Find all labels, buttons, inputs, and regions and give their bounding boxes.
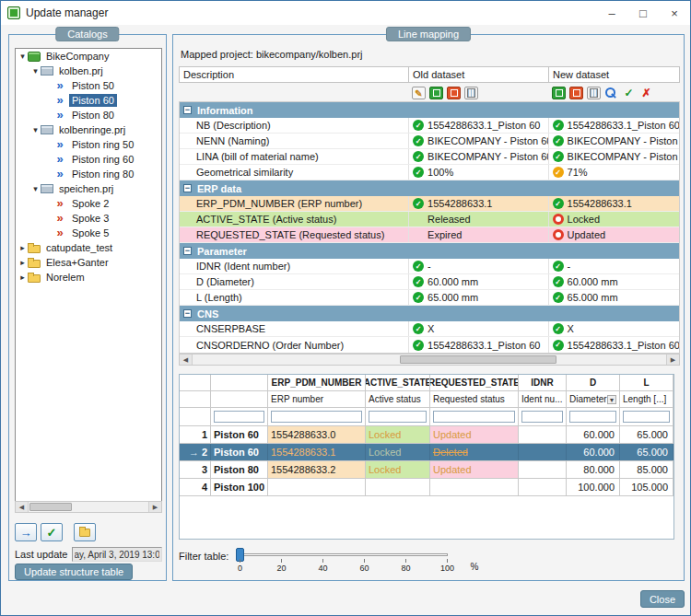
slider-track[interactable]: [240, 553, 448, 556]
grid-column-subheader-requested[interactable]: Requested status: [430, 391, 519, 407]
maximize-button[interactable]: □: [627, 1, 659, 25]
grid-column-subheader-active[interactable]: Active status: [366, 391, 430, 407]
mapping-scrollbar[interactable]: ◀ ▶: [179, 354, 680, 366]
grid-column-header-active[interactable]: ACTIVE_STATE: [366, 375, 430, 390]
mapping-row[interactable]: Geometrical similarity✓100%✓71%: [180, 165, 679, 180]
mapping-row[interactable]: NB (Description)✓1554288633.1_Piston 60✓…: [180, 118, 679, 134]
collapse-arrow-icon[interactable]: ▾: [18, 52, 28, 61]
mapping-row[interactable]: ACTIVE_STATE (Active status)ReleasedLock…: [180, 212, 679, 227]
mapping-row[interactable]: CNSORDERNO (Order Number)✓1554288633.1_P…: [180, 337, 679, 353]
section-header[interactable]: −Information: [180, 102, 679, 118]
expand-arrow-icon[interactable]: ▸: [18, 258, 28, 267]
filter-input-erp[interactable]: [271, 411, 362, 423]
accept-icon[interactable]: ✓: [622, 87, 636, 99]
apply-red-icon[interactable]: [447, 87, 461, 99]
mapping-row[interactable]: ERP_PDM_NUMBER (ERP number)✓1554288633.1…: [180, 196, 679, 212]
tree-item[interactable]: »Piston ring 80: [16, 167, 161, 181]
tree-item[interactable]: ▸Norelem: [16, 270, 161, 285]
mapping-row[interactable]: L (Length)✓65.000 mm✓65.000 mm: [180, 290, 679, 306]
grid-column-header-d[interactable]: D: [567, 375, 620, 390]
tree-item[interactable]: »Spoke 2: [16, 196, 161, 211]
tree-item[interactable]: ▾kolbenringe.prj: [16, 122, 161, 137]
grid-column-header-idnr[interactable]: IDNR: [519, 375, 567, 390]
column-old-dataset[interactable]: Old dataset: [409, 66, 549, 83]
filter-input-active[interactable]: [369, 411, 427, 423]
filter-input-d[interactable]: [569, 411, 616, 423]
collapse-arrow-icon[interactable]: ▾: [30, 66, 41, 76]
scroll-right-icon[interactable]: ▶: [666, 354, 679, 365]
filter-input-l[interactable]: [623, 411, 670, 423]
tree-item[interactable]: »Spoke 5: [16, 226, 161, 240]
last-update-field[interactable]: [72, 547, 162, 562]
filter-slider[interactable]: 020406080100: [236, 547, 457, 575]
collapse-icon[interactable]: −: [183, 184, 192, 192]
tree-item[interactable]: ▾BikeCompany: [16, 49, 161, 64]
grid-row[interactable]: 3Piston 801554288633.2LockedUpdated80.00…: [180, 461, 673, 479]
section-header[interactable]: −CNS: [180, 306, 679, 321]
grid-column-header-requested[interactable]: REQUESTED_STATE: [430, 375, 519, 390]
column-description[interactable]: Description: [179, 66, 409, 83]
mapping-row[interactable]: REQUESTED_STATE (Requested status)Expire…: [180, 227, 679, 243]
collapse-arrow-icon[interactable]: ▾: [30, 184, 41, 193]
section-header[interactable]: −ERP data: [180, 180, 679, 196]
mapping-scroll-thumb[interactable]: [400, 355, 556, 364]
section-header[interactable]: −Parameter: [180, 243, 679, 259]
grid-column-subheader-erp[interactable]: ERP number: [268, 391, 366, 407]
minimize-button[interactable]: –: [596, 1, 627, 25]
clear-icon[interactable]: [587, 87, 601, 99]
collapse-arrow-icon[interactable]: ▾: [30, 125, 41, 134]
mapping-row[interactable]: NENN (Naming)✓BIKECOMPANY - Piston 60✓BI…: [180, 134, 679, 149]
tree-item[interactable]: ▸Elesa+Ganter: [16, 255, 161, 270]
update-structure-table-button[interactable]: Update structure table: [15, 564, 133, 580]
close-button[interactable]: Close: [640, 590, 685, 608]
grid-row[interactable]: →2Piston 601554288633.1LockedDeleted60.0…: [180, 444, 673, 461]
tree-item[interactable]: ▸catupdate_test: [16, 240, 161, 255]
collapse-icon[interactable]: −: [183, 106, 192, 114]
column-new-dataset[interactable]: New dataset: [549, 66, 680, 83]
tree-item[interactable]: ▾kolben.prj: [16, 64, 161, 78]
search-user-icon[interactable]: [604, 87, 618, 99]
expand-arrow-icon[interactable]: ▸: [18, 243, 28, 252]
tree-item[interactable]: »Piston ring 50: [16, 137, 161, 152]
tree-item[interactable]: »Spoke 3: [16, 211, 161, 226]
mapping-scroll-track[interactable]: [193, 354, 666, 365]
filter-input-name[interactable]: [214, 411, 264, 423]
apply-red-icon[interactable]: [569, 87, 583, 99]
grid-row[interactable]: 1Piston 601554288633.0LockedUpdated60.00…: [180, 426, 673, 444]
transfer-button[interactable]: →: [15, 523, 37, 541]
expand-arrow-icon[interactable]: ▸: [18, 273, 28, 282]
scroll-left-icon[interactable]: ◀: [180, 354, 193, 365]
dropdown-icon[interactable]: ▾: [607, 395, 616, 404]
tree-scroll-track[interactable]: [29, 502, 148, 512]
tree-item[interactable]: »Piston 80: [16, 108, 161, 122]
grid-column-header-l[interactable]: L: [620, 375, 673, 390]
apply-green-icon[interactable]: [429, 87, 443, 99]
confirm-button[interactable]: ✓: [41, 523, 63, 541]
mapping-row[interactable]: D (Diameter)✓60.000 mm✓60.000 mm: [180, 274, 679, 290]
scroll-left-icon[interactable]: ◀: [16, 502, 29, 512]
collapse-icon[interactable]: −: [183, 247, 192, 255]
tree-scroll-thumb[interactable]: [29, 503, 72, 511]
grid-column-subheader-l[interactable]: Length [...]: [620, 391, 673, 407]
filter-input-requested[interactable]: [433, 411, 515, 423]
titlebar-close-button[interactable]: ×: [659, 1, 690, 25]
edit-filter-icon[interactable]: [412, 87, 426, 99]
mapping-row[interactable]: IDNR (Ident number)✓-✓-: [180, 259, 679, 274]
grid-column-header-erp[interactable]: ERP_PDM_NUMBER: [268, 375, 366, 390]
tree-item[interactable]: »Piston 50: [16, 78, 161, 93]
reject-icon[interactable]: ✗: [639, 87, 653, 99]
grid-row[interactable]: 4Piston 100100.000105.000: [180, 479, 673, 496]
clear-icon[interactable]: [464, 87, 478, 99]
collapse-icon[interactable]: −: [183, 309, 192, 318]
grid-column-subheader-idnr[interactable]: Ident nu...: [519, 391, 567, 407]
filter-input-idnr[interactable]: [521, 411, 563, 423]
tree-item[interactable]: »Piston 60: [16, 93, 161, 108]
mapping-row[interactable]: LINA (bill of material name)✓BIKECOMPANY…: [180, 149, 679, 165]
apply-green-icon[interactable]: [552, 87, 566, 99]
grid-column-subheader-d[interactable]: Diameter▾: [567, 391, 620, 407]
mapping-row[interactable]: CNSERPBASE✓X✓X: [180, 321, 679, 337]
tree-item[interactable]: »Piston ring 60: [16, 152, 161, 167]
tree-item[interactable]: ▾speichen.prj: [16, 181, 161, 196]
tree-scrollbar[interactable]: ◀ ▶: [15, 501, 162, 513]
browse-button[interactable]: [74, 523, 96, 541]
